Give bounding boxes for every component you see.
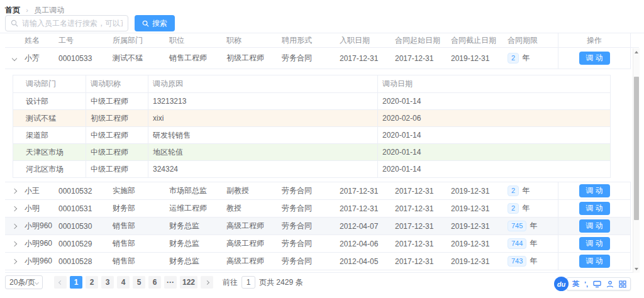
header-contract-end: 合同截止日期 xyxy=(445,33,501,47)
cell-department: 销售部 xyxy=(106,253,163,270)
subcell-title: 中级工程师 xyxy=(86,144,148,160)
table-row: 小明9607 00010528 销售部 财务总监 高级工程师 劳务合同 2012… xyxy=(5,253,631,270)
chevron-right-icon xyxy=(204,280,209,284)
cell-position: 财务总监 xyxy=(163,235,220,252)
cell-employee-id: 00010533 xyxy=(52,48,106,69)
breadcrumb-home[interactable]: 首页 xyxy=(5,6,20,14)
subcell-date: 2020-01-14 xyxy=(378,161,610,177)
page-button[interactable]: 122 xyxy=(180,276,197,289)
cell-contract-start: 2017-12-31 xyxy=(389,235,445,252)
transfer-button[interactable]: 调动 xyxy=(579,255,610,268)
subcell-dept: 渠道部 xyxy=(13,127,86,143)
term-unit: 年 xyxy=(522,53,530,63)
page-button[interactable]: 3 xyxy=(101,276,114,289)
page-button[interactable]: 5 xyxy=(133,276,145,289)
subcell-dept: 测试不猛 xyxy=(13,110,86,126)
cell-position: 财务总监 xyxy=(163,253,220,270)
cell-actions: 调动 xyxy=(558,200,631,217)
term-unit: 年 xyxy=(530,238,537,249)
subcell-dept: 河北区市场 xyxy=(13,161,86,177)
subheader-transfer-date: 调动日期 xyxy=(378,75,610,92)
page-button[interactable]: 6 xyxy=(148,276,161,289)
cell-hire-date: 2012-04-06 xyxy=(333,235,389,252)
table-row: 小明 00010531 财务部 运维工程师 教授 劳务合同 2017-12-31… xyxy=(5,200,631,218)
transfer-button[interactable]: 调动 xyxy=(579,52,610,65)
chevron-right-icon xyxy=(12,188,17,193)
table-bottom-edge xyxy=(5,270,639,273)
cell-contract-end: 2019-12-31 xyxy=(445,48,501,69)
expand-toggle[interactable] xyxy=(5,235,18,252)
scroll-up-arrow-icon[interactable] xyxy=(635,51,638,53)
cell-contract-start: 2017-12-31 xyxy=(389,218,445,235)
search-input-wrap[interactable] xyxy=(5,15,128,31)
scroll-down-arrow-icon[interactable] xyxy=(635,268,638,270)
cell-contract-term: 2年 xyxy=(501,200,558,217)
vertical-scrollbar[interactable] xyxy=(633,48,640,273)
cell-department: 销售部 xyxy=(106,235,163,252)
cell-employment-type: 劳务合同 xyxy=(275,200,333,217)
transfer-button[interactable]: 调动 xyxy=(579,219,610,233)
more-pages-button[interactable]: ··· xyxy=(164,276,177,289)
subtable-row: 河北区市场 中级工程师 324324 2020-01-14 xyxy=(13,160,610,177)
cell-contract-start: 2017-12-31 xyxy=(389,48,445,69)
table-row: 小明9609 00010530 销售部 财务总监 高级工程师 劳务合同 2012… xyxy=(5,218,631,235)
cell-employee-id: 00010529 xyxy=(52,235,106,252)
expand-toggle[interactable] xyxy=(5,253,18,270)
cell-title: 初级工程师 xyxy=(220,48,275,69)
page-button[interactable]: 2 xyxy=(86,276,98,289)
expand-toggle[interactable] xyxy=(5,200,18,217)
header-employee-id: 工号 xyxy=(52,33,106,47)
transfer-button[interactable]: 调动 xyxy=(579,184,610,197)
subcell-title: 初级工程师 xyxy=(86,110,148,126)
subcell-date: 2020-01-14 xyxy=(378,127,610,143)
goto-page-input[interactable] xyxy=(242,276,255,289)
goto-page-label: 前往 xyxy=(223,277,238,288)
search-icon xyxy=(11,19,18,27)
cell-department: 销售部 xyxy=(106,218,163,235)
transfer-button[interactable]: 调动 xyxy=(579,202,610,215)
expand-toggle[interactable] xyxy=(5,48,18,69)
search-button[interactable]: 搜索 xyxy=(135,15,175,31)
cell-title: 教授 xyxy=(220,200,275,217)
header-contract-term: 合同期限 xyxy=(501,33,558,47)
search-button-label: 搜索 xyxy=(152,18,167,29)
cell-employee-id: 00010532 xyxy=(52,182,106,199)
search-icon xyxy=(142,20,149,27)
expand-toggle[interactable] xyxy=(5,218,18,235)
cell-contract-start: 2017-12-31 xyxy=(389,253,445,270)
ime-toolbar-panel: 英 ’, xyxy=(567,277,631,290)
page-button[interactable]: 4 xyxy=(117,276,130,289)
keyboard-icon[interactable] xyxy=(593,280,601,288)
header-actions: 操作 xyxy=(558,33,631,47)
ime-punctuation-button[interactable]: ’, xyxy=(584,280,588,288)
page-size-select[interactable]: 20条/页 xyxy=(5,275,43,289)
cell-employee-id: 00010530 xyxy=(52,218,106,235)
subtable-row: 渠道部 中级工程师 研发转销售 2020-01-14 xyxy=(13,126,610,143)
prev-page-button[interactable] xyxy=(54,276,67,289)
search-input[interactable] xyxy=(22,19,123,28)
cell-title: 高级工程师 xyxy=(220,235,275,252)
cell-department: 测试不猛 xyxy=(106,48,163,69)
table-header-row: 姓名 工号 所属部门 职位 职称 聘用形式 入职日期 合同起始日期 合同截止日期… xyxy=(5,33,639,48)
baidu-ime-logo-icon[interactable]: du xyxy=(554,277,569,291)
total-count-label: 页共 2429 条 xyxy=(259,277,303,288)
ime-language-mode-button[interactable]: 英 xyxy=(572,279,579,289)
cell-hire-date: 2017-12-31 xyxy=(333,200,389,217)
cell-hire-date: 2012-04-07 xyxy=(333,218,389,235)
grid-menu-icon[interactable] xyxy=(619,280,626,288)
page-button[interactable]: 1 xyxy=(70,276,82,289)
expand-toggle[interactable] xyxy=(5,182,18,199)
subtable-row: 设计部 中级工程师 13213213 2020-01-14 xyxy=(13,92,610,109)
scrollbar-thumb[interactable] xyxy=(634,77,639,220)
next-page-button[interactable] xyxy=(201,276,213,289)
cell-name: 小王 xyxy=(18,182,52,199)
cell-position: 财务总监 xyxy=(163,218,220,235)
term-badge: 743 xyxy=(508,256,526,267)
cell-employment-type: 劳务合同 xyxy=(275,253,333,270)
transfer-button[interactable]: 调动 xyxy=(579,237,610,250)
cell-hire-date: 2017-12-31 xyxy=(333,48,389,69)
breadcrumb-current: 员工调动 xyxy=(34,6,64,14)
transfer-history-table: 调动部门 调动职称 调动原因 调动日期 设计部 中级工程师 13213213 2… xyxy=(13,75,611,178)
user-icon[interactable] xyxy=(606,280,614,288)
cell-contract-end: 2019-12-31 xyxy=(445,253,501,270)
